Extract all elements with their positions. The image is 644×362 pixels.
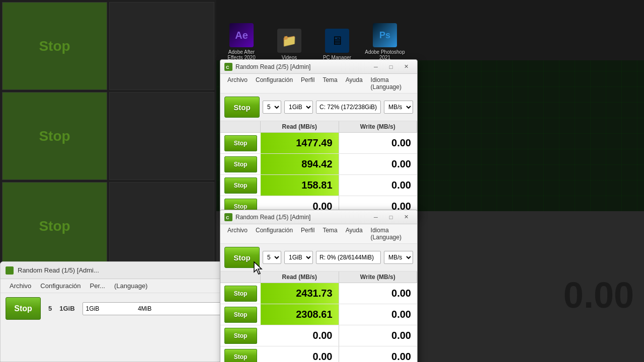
bg-empty-3 [109, 182, 214, 270]
cdm-stop-small-2-1[interactable]: Stop [224, 286, 257, 302]
cdm-drive-info-1: C: 72% (172/238GiB) [316, 101, 381, 114]
ae-icon: Ae [229, 23, 254, 47]
cdm-row-stop-btn-2-1[interactable]: Stop [220, 283, 261, 304]
videos-icon: 📁 [277, 29, 301, 53]
cdm-read-1-3: 158.81 [261, 175, 339, 196]
cdm-menu-perfil-1[interactable]: Perfil [297, 75, 318, 92]
cdm-unit-select-1[interactable]: MB/s [384, 101, 413, 114]
table-row: Stop 0.00 0.00 [220, 325, 417, 346]
cdm-read-2-4: 0.00 [261, 346, 339, 362]
cdm-row-stop-btn-1-3[interactable]: Stop [220, 175, 261, 196]
cdm-titlebar-1[interactable]: C Random Read (2/5) [Admin] ─ □ ✕ [220, 60, 417, 74]
cdm-menu-idioma-1[interactable]: Idioma (Language) [367, 75, 414, 92]
cdm-menu-ayuda-1[interactable]: Ayuda [342, 75, 367, 92]
cdm-window-1: C Random Read (2/5) [Admin] ─ □ ✕ Archiv… [220, 59, 418, 218]
cdm-read-2-3: 0.00 [261, 325, 339, 346]
bg-bottom-menu-lang[interactable]: (Language) [110, 281, 152, 291]
cdm-unit-select-2[interactable]: MB/s [384, 251, 413, 264]
cdm-minimize-btn-2[interactable]: ─ [369, 212, 383, 222]
cdm-stop-small-1-3[interactable]: Stop [224, 177, 257, 194]
cdm-header-2: Read (MB/s) Write (MB/s) [220, 272, 417, 283]
cdm-stop-small-1-2[interactable]: Stop [224, 156, 257, 172]
desktop-icons-area: Ae Adobe After Effects 2020 📁 Videos 🖥 P… [216, 0, 644, 60]
desktop-icon-pcmanager: 🖥 PC Manager [317, 29, 357, 60]
cdm-write-1-1: 0.00 [339, 133, 418, 153]
table-row: Stop 894.42 0.00 [220, 154, 417, 175]
cdm-title-text-2: Random Read (1/5) [Admin] [235, 214, 369, 221]
desktop-icon-videos: 📁 Videos [269, 29, 309, 60]
bg-stop-label-2: Stop [39, 128, 70, 144]
cdm-row-stop-btn-1-2[interactable]: Stop [220, 154, 261, 174]
desktop-icon-ae: Ae Adobe After Effects 2020 [221, 23, 262, 60]
cdm-menubar-1: Archivo Configuración Perfil Tema Ayuda … [220, 74, 417, 94]
cdm-header-1: Read (MB/s) Write (MB/s) [220, 121, 417, 133]
cdm-write-2-2: 0.00 [339, 304, 418, 325]
table-row: Stop 158.81 0.00 [220, 175, 417, 196]
table-row: Stop 0.00 0.00 [220, 346, 417, 362]
cdm-write-1-3: 0.00 [339, 175, 418, 196]
cdm-size-select-2[interactable]: 1GiB [284, 251, 313, 264]
bg-stop-cell-2: Stop [2, 92, 107, 180]
cdm-write-1-2: 0.00 [339, 154, 418, 174]
cdm-count-select-1[interactable]: 5 [263, 101, 281, 114]
cdm-row-stop-btn-2-3[interactable]: Stop [220, 325, 261, 346]
cdm-menu-perfil-2[interactable]: Perfil [297, 225, 318, 242]
cdm-stop-small-2-4[interactable]: Stop [224, 349, 257, 363]
table-row: Stop 1477.49 0.00 [220, 133, 417, 154]
cdm-close-btn-1[interactable]: ✕ [399, 62, 413, 72]
cdm-row-stop-btn-1-1[interactable]: Stop [220, 133, 261, 153]
cdm-close-btn-2[interactable]: ✕ [399, 212, 413, 222]
cdm-title-controls-2: ─ □ ✕ [369, 212, 413, 222]
cdm-app-icon-1: C [224, 63, 232, 71]
bg-stop-label-1: Stop [39, 38, 70, 54]
bg-number-3: 0.00 [564, 275, 634, 316]
cdm-stop-small-2-3[interactable]: Stop [224, 328, 257, 344]
pcmanager-icon: 🖥 [325, 29, 349, 53]
cdm-drive-info-2: R: 0% (28/6144MiB) [316, 251, 381, 264]
cdm-menu-idioma-2[interactable]: Idioma (Language) [367, 225, 414, 242]
bg-bottom-menu-per[interactable]: Per... [86, 281, 109, 291]
cdm-title-text-1: Random Read (2/5) [Admin] [235, 63, 369, 70]
bg-bottom-stop-btn[interactable]: Stop [6, 297, 41, 320]
bg-bottom-app-icon [6, 266, 14, 275]
cdm-app-icon-2: C [224, 213, 232, 221]
cdm-menu-ayuda-2[interactable]: Ayuda [342, 225, 367, 242]
cdm-read-1-2: 894.42 [261, 154, 339, 174]
bg-bottom-menu-archivo[interactable]: Archivo [6, 281, 35, 291]
table-row: Stop 2308.61 0.00 [220, 304, 417, 325]
cdm-menu-config-1[interactable]: Configuración [252, 75, 297, 92]
cdm-menubar-2: Archivo Configuración Perfil Tema Ayuda … [220, 224, 417, 244]
bg-empty-1 [109, 2, 214, 90]
ae-label: Adobe After Effects 2020 [221, 49, 262, 60]
cdm-body-1: Read (MB/s) Write (MB/s) Stop 1477.49 0.… [220, 121, 417, 217]
cdm-menu-config-2[interactable]: Configuración [252, 225, 297, 242]
bg-stop-label-3: Stop [39, 218, 70, 234]
cdm-row-stop-btn-2-4[interactable]: Stop [220, 346, 261, 362]
cdm-menu-archivo-2[interactable]: Archivo [223, 225, 252, 242]
cdm-menu-tema-2[interactable]: Tema [318, 225, 341, 242]
cdm-col-read-2: Read (MB/s) [261, 272, 339, 283]
bg-bottom-size: 1GiB [59, 305, 74, 312]
cdm-menu-archivo-1[interactable]: Archivo [223, 75, 252, 92]
cdm-maximize-btn-1[interactable]: □ [384, 62, 398, 72]
bg-stop-cell-3: Stop [2, 182, 107, 270]
ps-label: Adobe Photoshop 2021 [365, 49, 405, 60]
cdm-main-stop-btn-1[interactable]: Stop [224, 97, 260, 118]
ps-icon: Ps [373, 23, 397, 47]
bg-bottom-menu-config[interactable]: Configuración [36, 281, 85, 291]
cdm-toolbar-1: Stop 5 1GiB C: 72% (172/238GiB) MB/s [220, 94, 417, 121]
cdm-maximize-btn-2[interactable]: □ [384, 212, 398, 222]
cdm-toolbar-2: Stop 5 1GiB R: 0% (28/6144MiB) MB/s [220, 244, 417, 272]
cdm-stop-small-1-1[interactable]: Stop [224, 135, 257, 151]
cdm-main-stop-btn-2[interactable]: Stop [224, 247, 260, 268]
cdm-row-stop-btn-2-2[interactable]: Stop [220, 304, 261, 325]
cdm-size-select-1[interactable]: 1GiB [284, 101, 313, 114]
cdm-minimize-btn-1[interactable]: ─ [369, 62, 383, 72]
cdm-titlebar-2[interactable]: C Random Read (1/5) [Admin] ─ □ ✕ [220, 210, 417, 224]
cdm-menu-tema-1[interactable]: Tema [318, 75, 341, 92]
cdm-stop-small-2-2[interactable]: Stop [224, 307, 257, 323]
cdm-count-select-2[interactable]: 5 [263, 251, 281, 264]
cdm-col-write-1: Write (MB/s) [339, 121, 418, 132]
cdm-read-2-2: 2308.61 [261, 304, 339, 325]
svg-text:C: C [226, 215, 229, 220]
